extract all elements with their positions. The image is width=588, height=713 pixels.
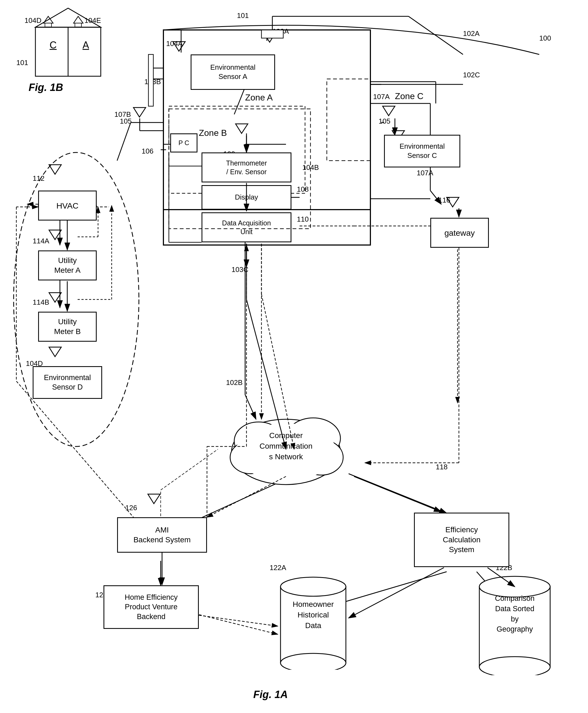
ref-102c: 102C bbox=[463, 71, 480, 79]
svg-rect-6 bbox=[45, 23, 51, 27]
svg-rect-3 bbox=[36, 27, 101, 76]
ref-118: 118 bbox=[436, 463, 447, 471]
svg-line-93 bbox=[349, 568, 444, 618]
zone-b-label: Zone B bbox=[199, 128, 227, 138]
ref-104b: 104B bbox=[302, 163, 319, 172]
ref-110: 110 bbox=[297, 215, 309, 223]
svg-marker-58 bbox=[49, 230, 61, 240]
svg-rect-79 bbox=[327, 79, 371, 160]
ref-103c: 103C bbox=[231, 265, 248, 274]
ref-105b: 105 bbox=[379, 117, 390, 126]
svg-line-44 bbox=[408, 16, 463, 55]
svg-line-37 bbox=[117, 123, 131, 160]
svg-line-19 bbox=[354, 476, 441, 512]
ami-backend-box: AMIBackend System bbox=[117, 517, 207, 553]
house-label-c: C bbox=[41, 40, 65, 51]
ref-104d-top: 104D bbox=[24, 16, 41, 25]
svg-point-74 bbox=[479, 657, 550, 675]
ref-102a: 102A bbox=[463, 29, 480, 38]
hvac-box: HVAC bbox=[38, 191, 97, 220]
env-sensor-c-box: EnvironmentalSensor C bbox=[384, 135, 460, 168]
svg-point-70 bbox=[280, 577, 346, 596]
pc-box: P C bbox=[170, 133, 197, 152]
svg-line-29 bbox=[16, 381, 133, 517]
data-acq-box: Data AcquisitionUnit bbox=[202, 212, 291, 242]
fig1b-label: Fig. 1B bbox=[28, 82, 63, 93]
svg-marker-51 bbox=[263, 31, 276, 42]
display-box: Display bbox=[202, 185, 291, 210]
svg-line-105 bbox=[97, 206, 97, 207]
svg-point-71 bbox=[280, 653, 346, 670]
efficiency-calc-box: EfficiencyCalculationSystem bbox=[414, 513, 509, 567]
fig1a-label: Fig. 1A bbox=[253, 689, 288, 700]
svg-marker-53 bbox=[133, 108, 146, 117]
svg-line-24 bbox=[191, 612, 278, 634]
env-sensor-a-box: EnvironmentalSensor A bbox=[191, 55, 275, 90]
ref-103b: 103B bbox=[144, 78, 161, 86]
thermometer-box: Thermometer/ Env. Sensor bbox=[202, 152, 291, 182]
svg-marker-7 bbox=[74, 16, 83, 23]
svg-line-92 bbox=[349, 474, 447, 513]
ref-100: 100 bbox=[539, 34, 551, 42]
ref-122a: 122A bbox=[270, 564, 286, 572]
ref-101-top: 101 bbox=[16, 59, 28, 67]
ref-106: 106 bbox=[142, 147, 153, 155]
comparison-data-label: ComparisonData SortedbyGeography bbox=[478, 593, 551, 634]
ref-107a-top: 107A bbox=[373, 92, 390, 101]
svg-marker-62 bbox=[148, 494, 160, 504]
svg-line-111 bbox=[199, 615, 278, 626]
gateway-box: gateway bbox=[430, 218, 489, 248]
homeowner-hist-label: HomeownerHistoricalData bbox=[279, 599, 347, 631]
svg-marker-55 bbox=[383, 106, 395, 116]
svg-line-48 bbox=[234, 87, 245, 114]
zone-c-label: Zone C bbox=[395, 91, 423, 101]
svg-line-26 bbox=[161, 449, 218, 490]
svg-marker-52 bbox=[173, 42, 185, 51]
utility-meter-b-box: UtilityMeter B bbox=[38, 312, 97, 342]
ref-107a-bot: 107A bbox=[417, 169, 433, 177]
svg-marker-54 bbox=[236, 124, 248, 133]
svg-marker-60 bbox=[49, 347, 61, 356]
ref-101-main: 101 bbox=[237, 12, 249, 20]
zone-a-label: Zone A bbox=[245, 92, 273, 103]
svg-marker-59 bbox=[49, 293, 61, 302]
svg-marker-61 bbox=[447, 197, 459, 207]
ref-112: 112 bbox=[33, 174, 44, 183]
svg-marker-57 bbox=[49, 165, 61, 174]
computer-network-label: ComputerCommunications Network bbox=[240, 430, 332, 462]
house-label-a: A bbox=[74, 40, 98, 51]
ref-107b: 107B bbox=[114, 110, 131, 119]
ref-104e: 104E bbox=[84, 16, 101, 25]
ref-108: 108 bbox=[297, 185, 309, 194]
home-efficiency-box: Home EfficiencyProduct VentureBackend bbox=[104, 585, 199, 629]
ref-102b: 102B bbox=[226, 379, 243, 387]
svg-rect-8 bbox=[75, 23, 81, 27]
env-sensor-d-box: EnvironmentalSensor D bbox=[33, 366, 102, 399]
ref-114a: 114A bbox=[33, 237, 49, 245]
ref-126: 126 bbox=[125, 504, 137, 512]
ref-114b: 114B bbox=[33, 298, 49, 306]
utility-meter-a-box: UtilityMeter A bbox=[38, 251, 97, 280]
svg-marker-5 bbox=[44, 16, 53, 23]
